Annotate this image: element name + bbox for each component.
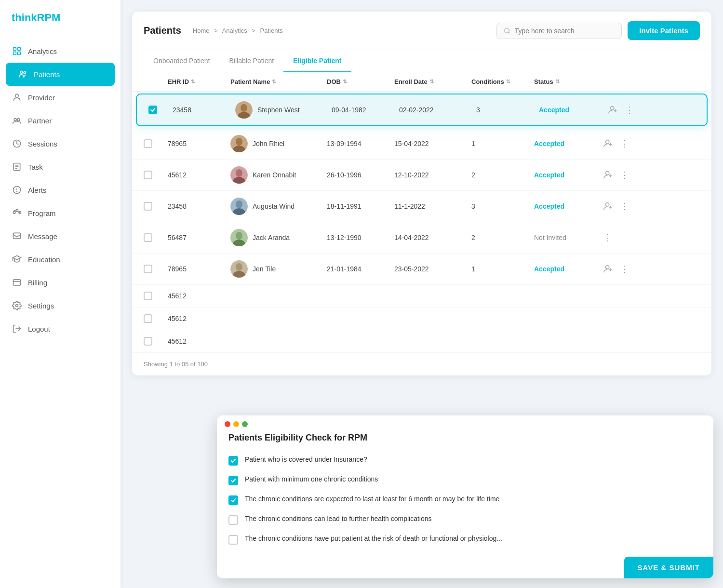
person-plus-icon-1[interactable]	[602, 168, 615, 182]
checkbox-3[interactable]	[144, 233, 152, 242]
sidebar-item-analytics[interactable]: Analytics	[0, 40, 120, 63]
td-actions-3: ⋮	[602, 232, 640, 243]
provider-icon	[12, 92, 22, 103]
td-ehr-4: 78965	[168, 265, 230, 273]
traffic-light-green[interactable]	[242, 421, 248, 427]
person-plus-icon-2[interactable]	[602, 200, 615, 213]
sidebar-item-settings[interactable]: Settings	[0, 294, 120, 317]
sidebar-item-billing[interactable]: Billing	[0, 271, 120, 294]
traffic-light-red[interactable]	[225, 421, 230, 427]
checkbox-2[interactable]	[144, 202, 152, 211]
invite-patients-button[interactable]: Invite Patients	[628, 21, 700, 40]
sidebar-item-patients[interactable]: Patients	[6, 63, 115, 86]
checkbox-4[interactable]	[144, 265, 152, 273]
save-submit-button[interactable]: SAVE & SUBMIT	[624, 557, 713, 578]
sidebar-item-logout[interactable]: Logout	[0, 317, 120, 340]
sidebar-item-partner[interactable]: Partner	[0, 109, 120, 132]
tab-onboarded[interactable]: Onboarded Patient	[144, 50, 220, 72]
search-input[interactable]	[515, 27, 615, 35]
modal-checkbox-3[interactable]	[228, 515, 238, 525]
td-ehr-highlighted: 23458	[173, 106, 235, 114]
td-checkbox-7[interactable]	[144, 337, 168, 346]
td-conditions-0: 1	[471, 140, 534, 147]
checkbox-7[interactable]	[144, 337, 152, 346]
sidebar-item-task[interactable]: Task	[0, 155, 120, 178]
td-checkbox-3[interactable]	[144, 233, 168, 242]
svg-line-29	[509, 32, 510, 33]
td-name-4: Jen Tile	[230, 260, 327, 278]
sort-icon-name: ⇅	[272, 79, 276, 85]
modal-checkbox-2[interactable]	[228, 495, 238, 505]
dots-menu-3[interactable]: ⋮	[602, 232, 613, 243]
svg-rect-1	[18, 48, 21, 51]
th-patient-name[interactable]: Patient Name ⇅	[230, 78, 327, 85]
td-enroll-1: 12-10-2022	[394, 171, 471, 179]
td-ehr-7: 45612	[168, 337, 230, 345]
th-enroll-date[interactable]: Enroll Date ⇅	[394, 78, 471, 85]
td-dob-2: 18-11-1991	[327, 202, 394, 210]
dots-menu-highlighted[interactable]: ⋮	[624, 104, 635, 116]
sort-icon-conditions: ⇅	[506, 79, 510, 85]
td-checkbox-5[interactable]	[144, 292, 168, 300]
svg-point-6	[15, 94, 19, 97]
td-checkbox-2[interactable]	[144, 202, 168, 211]
td-checkbox-1[interactable]	[144, 171, 168, 179]
td-dob-highlighted: 09-04-1982	[332, 106, 399, 114]
modal-checkbox-0[interactable]	[228, 456, 238, 466]
person-plus-icon-0[interactable]	[602, 137, 615, 150]
td-ehr-1: 45612	[168, 171, 230, 179]
dots-menu-4[interactable]: ⋮	[619, 263, 630, 275]
modal-item: The chronic conditions can lead to furth…	[217, 510, 713, 530]
search-box[interactable]	[496, 23, 622, 39]
checkbox-6[interactable]	[144, 314, 152, 323]
td-checkbox-6[interactable]	[144, 314, 168, 323]
svg-point-37	[236, 138, 242, 146]
pagination-text: Showing 1 to 05 of 100	[132, 353, 711, 375]
checkbox-5[interactable]	[144, 292, 152, 300]
td-checkbox-0[interactable]	[144, 139, 168, 148]
checkmark-icon	[150, 107, 156, 113]
td-name-highlighted: Stephen West	[235, 101, 332, 119]
td-enroll-3: 14-04-2022	[394, 234, 471, 241]
program-icon	[12, 208, 22, 218]
modal-checkbox-1[interactable]	[228, 476, 238, 485]
person-plus-icon-4[interactable]	[602, 262, 615, 276]
th-conditions[interactable]: Conditions ⇅	[471, 78, 534, 85]
billing-icon	[12, 277, 22, 288]
person-plus-icon[interactable]	[606, 103, 620, 117]
th-checkbox	[144, 78, 168, 85]
sidebar-item-provider[interactable]: Provider	[0, 86, 120, 109]
modal-item: Patient with minimum one chronic conditi…	[217, 470, 713, 490]
td-dob-1: 26-10-1996	[327, 171, 394, 179]
dots-menu-0[interactable]: ⋮	[619, 138, 630, 149]
td-dob-0: 13-09-1994	[327, 140, 394, 147]
modal-checkbox-4[interactable]	[228, 535, 238, 545]
sidebar-item-sessions[interactable]: Sessions	[0, 132, 120, 155]
td-status-4: Accepted	[534, 265, 602, 273]
checkbox-0[interactable]	[144, 139, 152, 148]
td-checkbox-highlighted[interactable]	[148, 106, 173, 114]
tab-billable[interactable]: Billable Patient	[220, 50, 284, 72]
sidebar-item-program[interactable]: Program	[0, 201, 120, 225]
modal-item-text-0: Patient who is covered under Insurance?	[245, 455, 367, 463]
th-status[interactable]: Status ⇅	[534, 78, 602, 85]
sidebar-item-education[interactable]: Education	[0, 248, 120, 271]
th-ehr-id[interactable]: EHR ID ⇅	[168, 78, 230, 85]
traffic-light-yellow[interactable]	[233, 421, 239, 427]
svg-rect-17	[13, 212, 15, 214]
checkbox-1[interactable]	[144, 171, 152, 179]
sidebar-item-message[interactable]: Message	[0, 225, 120, 248]
tabs: Onboarded Patient Billable Patient Eligi…	[132, 50, 711, 72]
td-checkbox-4[interactable]	[144, 265, 168, 273]
th-dob[interactable]: DOB ⇅	[327, 78, 394, 85]
dots-menu-2[interactable]: ⋮	[619, 200, 630, 212]
table-row: 23458 Augusta Wind 18-11-1991 11-1-2022 …	[132, 191, 711, 222]
tab-eligible[interactable]: Eligible Patient	[283, 50, 351, 72]
table-row: 78965 Jen Tile 21-01-1984 23-05-2022 1 A…	[132, 254, 711, 285]
sidebar-item-alerts[interactable]: Alerts	[0, 178, 120, 201]
checkbox-highlighted[interactable]	[148, 106, 157, 114]
page-title: Patients	[144, 25, 181, 36]
td-actions-1: ⋮	[602, 168, 640, 182]
svg-point-8	[17, 119, 20, 121]
dots-menu-1[interactable]: ⋮	[619, 169, 630, 181]
